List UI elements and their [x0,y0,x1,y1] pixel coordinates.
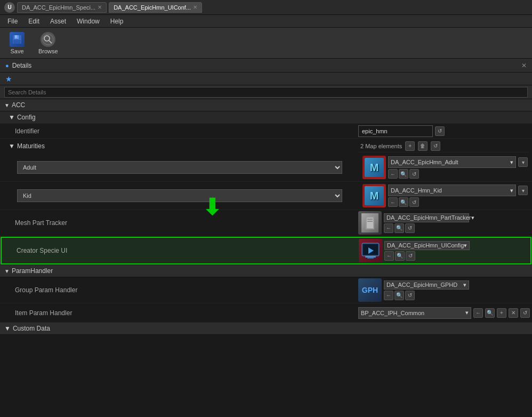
custom-data-arrow-icon: ▼ [4,325,11,332]
acc-arrow-icon: ▼ [4,102,10,108]
adult-search-btn[interactable]: 🔍 [399,169,408,179]
part-tracker-thumb [358,211,382,235]
kid-back-btn[interactable]: ← [388,197,398,207]
creator-specie-ui-row: Creator Specie UI DA_ACC_EpicHmn_UIConfi… [1,237,531,264]
gph-back-btn[interactable]: ← [384,291,393,300]
adult-key-select[interactable]: Adult [17,161,342,174]
gph-asset-label: DA_ACC_EpicHmn_GPHD [386,282,457,288]
item-param-value: BP_ACC_IPH_Common ▾ ← 🔍 + ✕ ↺ [356,306,532,320]
maturities-label: Maturities [17,142,45,150]
kid-search-btn[interactable]: 🔍 [399,197,408,207]
tab-2[interactable]: DA_ACC_EpicHmn_UIConf... ✕ [109,2,202,13]
tab-1-close[interactable]: ✕ [98,4,102,10]
gph-reset-btn[interactable]: ↺ [405,291,415,300]
menu-help[interactable]: Help [105,17,129,26]
mesh-part-tracker-value: DA_ACC_EpicHmn_PartTracker ▾ ← 🔍 ↺ [356,210,532,236]
iph-reset-btn[interactable]: ↺ [520,308,530,318]
creator-ui-back-btn[interactable]: ← [384,251,394,261]
part-tracker-controls: ← 🔍 ↺ [384,223,530,233]
mesh-part-tracker-label: Mesh Part Tracker [0,217,356,229]
part-tracker-dropdown[interactable]: DA_ACC_EpicHmn_PartTracker ▾ [384,213,469,222]
part-tracker-back-btn[interactable]: ← [384,223,393,233]
menu-file[interactable]: File [2,17,23,26]
save-button[interactable]: Save [5,30,29,57]
iph-delete-btn[interactable]: ✕ [509,308,518,318]
kid-asset-dropdown[interactable]: DA_ACC_Hmn_Kid ▾ [388,185,516,196]
adult-dropdown-btn[interactable]: ▾ [518,157,528,167]
gph-search-btn[interactable]: 🔍 [394,291,404,300]
part-tracker-search-btn[interactable]: 🔍 [394,223,404,233]
iph-chevron-icon: ▾ [465,309,469,316]
adult-asset-name-row: DA_ACC_EpicHmn_Adult ▾ ▾ [388,156,528,168]
iph-add-btn[interactable]: + [497,308,506,318]
svg-rect-15 [367,258,374,259]
adult-reset-btn[interactable]: ↺ [409,169,419,179]
menu-edit[interactable]: Edit [23,17,45,26]
panel-title: Details [12,62,32,69]
part-tracker-chevron-icon: ▾ [471,214,474,221]
map-delete-btn[interactable]: 🗑 [418,141,428,151]
browse-label: Browse [38,48,58,54]
tab-1-label: DA_ACC_EpicHmn_Speci... [22,4,95,11]
star-bar: ★ [0,73,532,85]
kid-reset-btn[interactable]: ↺ [409,197,419,207]
identifier-reset-btn[interactable]: ↺ [435,126,445,136]
unreal-logo: U [4,2,15,13]
save-icon [10,32,25,47]
toolbar: Save Browse [0,28,532,59]
maturities-header[interactable]: ▼ Maturities [0,140,356,152]
param-handler-label: ParamHandler [12,267,53,275]
item-param-label: Item Param Handler [0,307,356,319]
iph-back-btn[interactable]: ← [473,308,483,318]
creator-ui-search-btn[interactable]: 🔍 [395,251,405,261]
star-icon[interactable]: ★ [5,75,12,83]
custom-data-label: Custom Data [13,325,50,332]
config-subsection: ▼ Config [0,111,532,124]
browse-button[interactable]: Browse [34,30,62,57]
search-input[interactable] [4,87,528,98]
tab-2-label: DA_ACC_EpicHmn_UIConf... [114,4,191,11]
kid-controls: ← 🔍 ↺ [388,197,528,207]
kid-key-select[interactable]: Kid [17,189,342,202]
adult-back-btn[interactable]: ← [388,169,398,179]
details-content: ▼ ACC ▼ Config Identifier ↺ ▼ Maturities… [0,99,532,396]
iph-asset-label: BP_ACC_IPH_Common [361,310,424,316]
param-handler-arrow-icon: ▼ [4,268,10,274]
adult-chevron-icon: ▾ [510,159,513,166]
iph-dropdown[interactable]: BP_ACC_IPH_Common ▾ [358,307,471,319]
menu-asset[interactable]: Asset [45,17,71,26]
kid-thumb: M [362,184,386,207]
creator-ui-controls: ← 🔍 ↺ [384,251,528,261]
menu-window[interactable]: Window [71,17,105,26]
param-handler-section-header[interactable]: ▼ ParamHandler [0,265,532,277]
acc-label: ACC [12,101,25,109]
creator-ui-dropdown[interactable]: DA_ACC_EpicHmn_UIConfig ▾ [384,241,470,250]
tab-2-close[interactable]: ✕ [193,4,197,10]
custom-data-header[interactable]: ▼ Custom Data [0,323,532,335]
creator-specie-ui-label: Creator Specie UI [2,245,357,256]
adult-thumb: M [362,156,386,179]
creator-ui-reset-btn[interactable]: ↺ [406,251,415,261]
svg-rect-2 [15,35,17,38]
kid-dropdown-btn[interactable]: ▾ [518,186,528,195]
acc-section-header[interactable]: ▼ ACC [0,99,532,111]
kid-asset-label: DA_ACC_Hmn_Kid [391,187,442,194]
identifier-value: ↺ [356,124,532,138]
map-count: 2 Map elements [360,143,402,149]
iph-search-btn[interactable]: 🔍 [485,308,495,318]
svg-rect-14 [365,256,376,258]
panel-close[interactable]: ✕ [521,62,527,69]
gph-dropdown[interactable]: DA_ACC_EpicHmn_GPHD ▾ [384,280,469,290]
tab-1[interactable]: DA_ACC_EpicHmn_Speci... ✕ [17,2,107,13]
panel-header: ● Details ✕ [0,59,532,73]
identifier-input[interactable] [358,125,433,137]
adult-asset-dropdown[interactable]: DA_ACC_EpicHmn_Adult ▾ [388,156,516,168]
creator-specie-ui-value: DA_ACC_EpicHmn_UIConfig ▾ ← 🔍 ↺ [357,238,530,263]
config-header[interactable]: ▼ Config [9,114,528,121]
map-reset-btn[interactable]: ↺ [431,141,440,151]
part-tracker-reset-btn[interactable]: ↺ [405,223,415,233]
item-param-row: Item Param Handler BP_ACC_IPH_Common ▾ ←… [0,303,532,323]
map-add-btn[interactable]: + [405,141,415,151]
identifier-row: Identifier ↺ [0,124,532,139]
gph-controls: ← 🔍 ↺ [384,291,530,300]
